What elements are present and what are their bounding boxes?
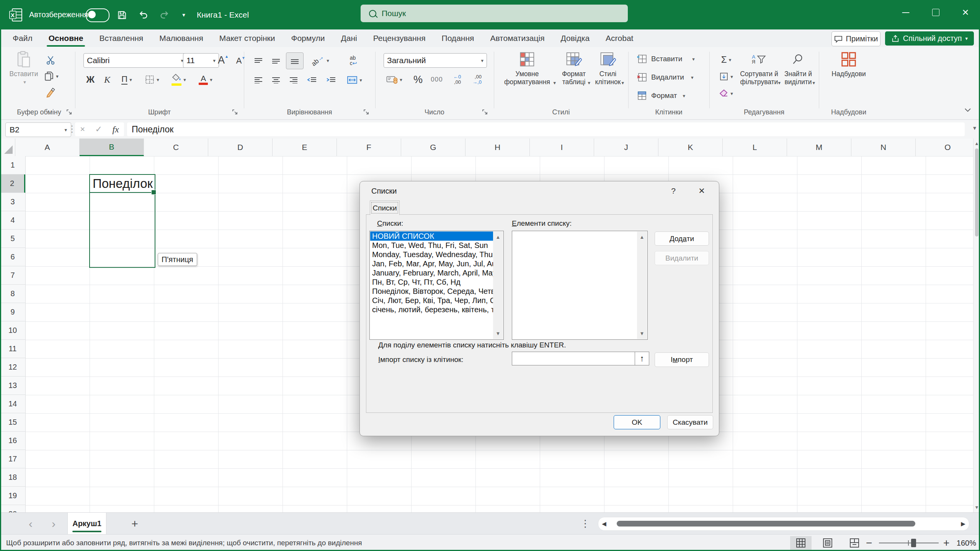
custom-list-item-2[interactable]: Mon, Tue, Wed, Thu, Fri, Sat, Sun: [370, 241, 493, 250]
row-header-20[interactable]: 20: [0, 505, 25, 512]
ribbon-tab-3[interactable]: Вставлення: [91, 29, 151, 47]
custom-list-item-9[interactable]: січень, лютий, березень, квітень, травен…: [370, 305, 493, 314]
format-cells-button[interactable]: Формат▾: [637, 91, 685, 101]
row-header-3[interactable]: 3: [0, 193, 25, 211]
clear-button[interactable]: ▾: [715, 87, 737, 100]
dialog-launcher-number[interactable]: [482, 109, 488, 116]
row-header-15[interactable]: 15: [0, 413, 25, 432]
next-sheet-icon[interactable]: ›: [45, 513, 62, 535]
collapse-ribbon-icon[interactable]: [964, 107, 972, 114]
number-format-select[interactable]: Загальний▾: [384, 53, 487, 68]
scroll-left-icon[interactable]: ◀: [598, 517, 610, 530]
zoom-slider-track[interactable]: [879, 543, 939, 543]
custom-list-item-5[interactable]: January, February, March, April, May, Ju…: [370, 268, 493, 277]
orientation-button[interactable]: ab→▾: [307, 52, 333, 68]
italic-button[interactable]: К: [100, 72, 114, 87]
ok-button[interactable]: OK: [614, 415, 660, 429]
find-select-button[interactable]: Знайти й виділити▾: [781, 51, 815, 87]
column-header-H[interactable]: H: [466, 139, 530, 156]
autosave-toggle[interactable]: [86, 8, 109, 22]
wrap-text-button[interactable]: abc↩: [343, 52, 363, 68]
scroll-right-icon[interactable]: ▶: [957, 517, 969, 530]
ribbon-tab-7[interactable]: Дані: [333, 29, 365, 47]
row-header-8[interactable]: 8: [0, 285, 25, 303]
ribbon-tab-4[interactable]: Малювання: [151, 29, 211, 47]
ribbon-tab-12[interactable]: Acrobat: [598, 29, 641, 47]
dialog-launcher-alignment[interactable]: [363, 109, 370, 116]
decrease-font-button[interactable]: A▾: [233, 53, 248, 68]
format-as-table-button[interactable]: Формат таблиці▾: [557, 51, 590, 87]
horizontal-scrollbar[interactable]: ◀ ▶: [598, 517, 969, 531]
cancel-button[interactable]: Скасувати: [667, 415, 713, 429]
dialog-close-button[interactable]: ✕: [693, 184, 710, 197]
align-right-button[interactable]: [286, 73, 301, 87]
row-header-5[interactable]: 5: [0, 230, 25, 248]
align-bottom-button[interactable]: [286, 52, 304, 69]
align-top-button[interactable]: [251, 54, 266, 68]
normal-view-button[interactable]: [790, 536, 812, 550]
align-left-button[interactable]: [251, 73, 266, 87]
row-header-13[interactable]: 13: [0, 377, 25, 395]
scroll-up-icon[interactable]: ▲: [973, 141, 980, 146]
ribbon-tab-9[interactable]: Подання: [434, 29, 482, 47]
cell-styles-button[interactable]: Стилі клітинок▾: [592, 51, 624, 87]
bold-button[interactable]: Ж: [83, 72, 97, 87]
list-scroll-down-icon[interactable]: ▼: [493, 331, 503, 336]
delete-list-button[interactable]: Видалити: [655, 251, 709, 265]
custom-list-item-8[interactable]: Січ, Лют, Бер, Кві, Тра, Чер, Лип, Сер, …: [370, 296, 493, 305]
entries-textarea[interactable]: ▲ ▼: [512, 231, 648, 340]
row-header-18[interactable]: 18: [0, 468, 25, 487]
addins-button[interactable]: Надбудови: [826, 51, 872, 78]
ribbon-tab-1[interactable]: Файл: [5, 29, 41, 47]
column-header-A[interactable]: A: [15, 139, 80, 156]
add-list-button[interactable]: Додати: [655, 231, 709, 246]
scrollbar-grip-icon[interactable]: ⋮: [580, 513, 590, 535]
custom-list-item-4[interactable]: Jan, Feb, Mar, Apr, May, Jun, Jul, Aug, …: [370, 259, 493, 268]
row-header-6[interactable]: 6: [0, 248, 25, 266]
formula-input[interactable]: Понеділок: [127, 122, 965, 136]
close-button[interactable]: ×: [953, 0, 978, 24]
column-header-O[interactable]: O: [916, 139, 980, 156]
horizontal-scroll-thumb[interactable]: [617, 521, 915, 527]
vertical-scroll-thumb[interactable]: [975, 148, 978, 236]
borders-button[interactable]: ▾: [140, 72, 164, 87]
align-center-button[interactable]: [268, 73, 284, 87]
insert-cells-button[interactable]: Вставити▾: [637, 54, 695, 64]
list-scroll-up-icon[interactable]: ▲: [493, 234, 503, 240]
ribbon-tab-11[interactable]: Довідка: [553, 29, 598, 47]
row-header-19[interactable]: 19: [0, 487, 25, 505]
font-name-select[interactable]: Calibri▾: [83, 53, 187, 68]
entries-scroll-down-icon[interactable]: ▼: [637, 331, 647, 336]
row-header-10[interactable]: 10: [0, 321, 25, 340]
row-header-4[interactable]: 4: [0, 211, 25, 230]
column-header-N[interactable]: N: [851, 139, 916, 156]
page-break-view-button[interactable]: [844, 536, 865, 550]
row-header-1[interactable]: 1: [0, 156, 25, 174]
column-header-D[interactable]: D: [208, 139, 273, 156]
ribbon-tab-10[interactable]: Автоматизація: [482, 29, 552, 47]
increase-decimal-button[interactable]: ←0,00: [449, 72, 466, 87]
ribbon-tab-5[interactable]: Макет сторінки: [211, 29, 283, 47]
column-header-J[interactable]: J: [594, 139, 658, 156]
font-color-button[interactable]: A ▾: [194, 72, 217, 87]
scroll-down-icon[interactable]: ▼: [973, 505, 980, 510]
prev-sheet-icon[interactable]: ‹: [22, 513, 39, 535]
decrease-indent-button[interactable]: [304, 73, 320, 87]
accounting-format-button[interactable]: ▾: [382, 72, 407, 87]
ribbon-tab-2[interactable]: Основне: [41, 29, 91, 47]
row-header-17[interactable]: 17: [0, 450, 25, 468]
custom-list-item-1[interactable]: НОВИЙ СПИСОК: [370, 231, 493, 241]
percent-style-button[interactable]: %: [410, 72, 426, 87]
cut-button[interactable]: [43, 53, 58, 67]
merge-center-button[interactable]: ▾: [343, 73, 366, 87]
zoom-in-button[interactable]: +: [943, 535, 949, 551]
row-header-12[interactable]: 12: [0, 358, 25, 377]
increase-indent-button[interactable]: [323, 73, 340, 87]
row-header-16[interactable]: 16: [0, 432, 25, 450]
minimize-button[interactable]: ─: [893, 0, 918, 24]
column-header-L[interactable]: L: [723, 139, 787, 156]
add-sheet-button[interactable]: +: [126, 513, 143, 535]
autosum-button[interactable]: Σ▾: [715, 53, 737, 66]
zoom-level[interactable]: 160%: [954, 535, 976, 551]
column-header-K[interactable]: K: [658, 139, 723, 156]
